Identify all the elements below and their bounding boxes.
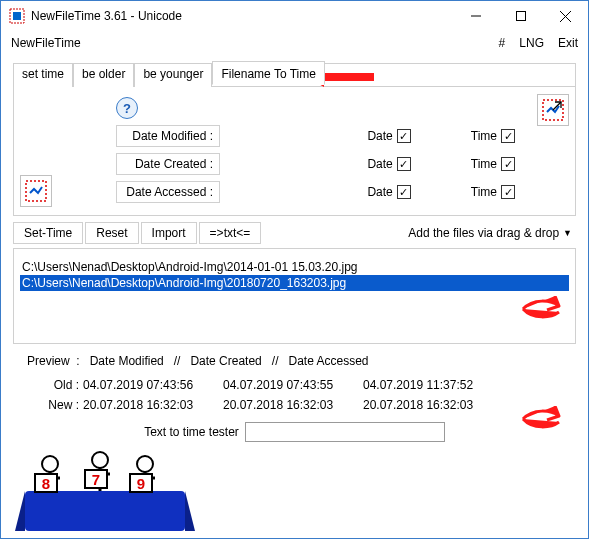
- checkbox-modified-time[interactable]: ✓: [501, 129, 515, 143]
- svg-marker-11: [185, 491, 195, 531]
- tester-label: Text to time tester: [144, 425, 239, 439]
- maximize-icon: [516, 11, 526, 21]
- help-icon: ?: [123, 101, 131, 116]
- menu-hash[interactable]: #: [499, 36, 506, 50]
- file-item[interactable]: C:\Users\Nenad\Desktop\Android-Img\2014-…: [20, 259, 569, 275]
- svg-point-22: [137, 456, 153, 472]
- tab-set-time[interactable]: set time: [13, 63, 73, 87]
- label-date-modified: Date Modified :: [116, 125, 220, 147]
- checkbox-created-time[interactable]: ✓: [501, 157, 515, 171]
- drag-target-button[interactable]: [20, 175, 52, 207]
- svg-text:7: 7: [92, 471, 100, 488]
- titlebar: NewFileTime 3.61 - Unicode: [1, 1, 588, 31]
- svg-rect-9: [25, 491, 185, 531]
- close-button[interactable]: [543, 1, 588, 31]
- menu-exit[interactable]: Exit: [558, 36, 578, 50]
- label-date: Date: [367, 129, 392, 143]
- preview-row-new: New : 20.07.2018 16:32:03 20.07.2018 16:…: [31, 398, 576, 412]
- row-date-modified: Date Modified : Date✓ Time✓: [24, 125, 565, 147]
- menu-lng[interactable]: LNG: [519, 36, 544, 50]
- date-rows: Date Modified : Date✓ Time✓ Date Created…: [24, 125, 565, 203]
- annotation-judges-icon: 8 7 9: [5, 446, 195, 536]
- app-window: NewFileTime 3.61 - Unicode NewFileTime #…: [0, 0, 589, 539]
- tab-strip: set time be older be younger Filename To…: [13, 63, 575, 87]
- svg-rect-20: [85, 470, 107, 488]
- svg-rect-1: [13, 12, 21, 20]
- label-date-created: Date Created :: [116, 153, 220, 175]
- svg-point-17: [92, 452, 108, 468]
- file-list[interactable]: C:\Users\Nenad\Desktop\Android-Img\2014-…: [13, 248, 576, 344]
- preview-row-old: Old : 04.07.2019 07:43:56 04.07.2019 07:…: [31, 378, 576, 392]
- checkbox-accessed-date[interactable]: ✓: [397, 185, 411, 199]
- import-button[interactable]: Import: [141, 222, 197, 244]
- tab-container: set time be older be younger Filename To…: [13, 63, 576, 216]
- label-date-accessed: Date Accessed :: [116, 181, 220, 203]
- chevron-down-icon: ▼: [563, 228, 572, 238]
- row-date-accessed: Date Accessed : Date✓ Time✓: [24, 181, 565, 203]
- tab-be-younger[interactable]: be younger: [134, 63, 212, 87]
- app-icon: [9, 8, 25, 24]
- svg-point-12: [42, 456, 58, 472]
- checkbox-created-date[interactable]: ✓: [397, 157, 411, 171]
- menubar: NewFileTime # LNG Exit: [1, 31, 588, 55]
- minimize-icon: [471, 11, 481, 21]
- checkbox-accessed-time[interactable]: ✓: [501, 185, 515, 199]
- window-controls: [453, 1, 588, 31]
- svg-text:8: 8: [42, 475, 50, 492]
- file-item-selected[interactable]: C:\Users\Nenad\Desktop\Android-Img\20180…: [20, 275, 569, 291]
- drag-drop-menu[interactable]: Add the files via drag & drop ▼: [408, 226, 572, 240]
- svg-rect-25: [130, 474, 152, 492]
- window-title: NewFileTime 3.61 - Unicode: [31, 9, 453, 23]
- preview-header: Preview : Date Modified // Date Created …: [27, 354, 576, 368]
- svg-rect-15: [35, 474, 57, 492]
- drag-target-icon: [24, 179, 48, 203]
- close-icon: [560, 11, 571, 22]
- minimize-button[interactable]: [453, 1, 498, 31]
- svg-text:9: 9: [137, 475, 145, 492]
- drag-source-icon: [541, 98, 565, 122]
- menu-newfiletime[interactable]: NewFileTime: [11, 36, 81, 50]
- set-time-button[interactable]: Set-Time: [13, 222, 83, 244]
- text-to-time-tester: Text to time tester: [13, 422, 576, 442]
- svg-marker-10: [15, 491, 25, 531]
- maximize-button[interactable]: [498, 1, 543, 31]
- tab-be-older[interactable]: be older: [73, 63, 134, 87]
- reset-button[interactable]: Reset: [85, 222, 138, 244]
- toolbar: Set-Time Reset Import =>txt<= Add the fi…: [13, 222, 576, 244]
- help-button[interactable]: ?: [116, 97, 138, 119]
- drag-source-button[interactable]: [537, 94, 569, 126]
- svg-rect-3: [516, 12, 525, 21]
- tab-body: ? Date Modified : Date✓ Time✓ Date Creat…: [14, 86, 575, 215]
- tester-input[interactable]: [245, 422, 445, 442]
- row-date-created: Date Created : Date✓ Time✓: [24, 153, 565, 175]
- preview-section: Preview : Date Modified // Date Created …: [13, 354, 576, 412]
- label-time: Time: [471, 129, 497, 143]
- checkbox-modified-date[interactable]: ✓: [397, 129, 411, 143]
- tab-filename-to-time[interactable]: Filename To Time: [212, 61, 324, 85]
- txt-button[interactable]: =>txt<=: [199, 222, 262, 244]
